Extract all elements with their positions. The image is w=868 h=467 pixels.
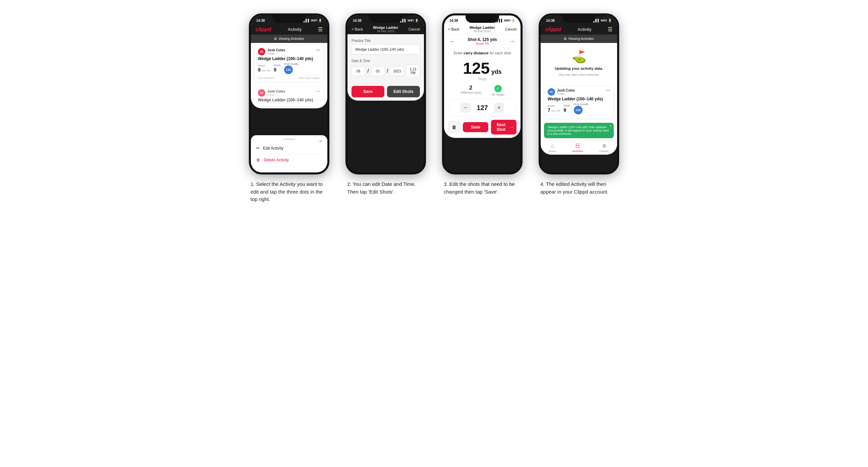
battery-4: 🔋 xyxy=(608,19,612,22)
toast-message: 'Wedge Ladder (100–140 yds)' was updated… xyxy=(547,125,609,135)
battery-icon: 🔋 xyxy=(318,19,322,22)
card-stats-4: Score 7 OUT OF Shots 9 Shot Quality xyxy=(548,103,610,115)
wifi-3: WiFi xyxy=(504,19,510,22)
battery-3: 🔋 xyxy=(512,19,515,22)
golf-flag-icon: ⛳ xyxy=(571,50,587,64)
quality-badge-1: 130 xyxy=(284,65,293,74)
tab-activities-label: Activities xyxy=(572,150,583,153)
phone-2-notch xyxy=(369,15,402,23)
time-field[interactable]: 1:13 PM xyxy=(406,64,420,78)
home-icon: ⌂ xyxy=(551,143,554,149)
user-name: Josh Coles xyxy=(267,48,285,52)
cancel-button[interactable]: Cancel xyxy=(408,27,420,31)
shot-stats-row: 2 Difference (yds) ✓ Hit Target xyxy=(444,82,521,99)
user-name-2: Josh Coles xyxy=(267,90,285,93)
arrow-icon: → xyxy=(510,125,514,129)
shot-instruction: Enter carry distance for each shot xyxy=(444,48,521,56)
status-icons-3: ▌▌▌ WiFi 🔋 xyxy=(497,19,515,22)
practice-label: Practice Title xyxy=(351,39,420,42)
stepper-minus[interactable]: − xyxy=(461,103,470,113)
month-field[interactable]: 03 xyxy=(371,66,385,76)
next-shot-button[interactable]: Next Shot → xyxy=(491,120,517,134)
shot-nav-subtitle: 06 Mar 2023 xyxy=(470,30,495,33)
card-header-2: JC Josh Coles Today ••• xyxy=(258,89,320,97)
delete-shot-button[interactable]: 🗑 xyxy=(448,121,460,133)
phones-container: 14:38 ▌▌▌ WiFi 🔋 clippd Activity ☰ ⊞ xyxy=(246,13,622,203)
capture-icon: ⊕ xyxy=(602,143,607,149)
filter-icon: ⊞ xyxy=(274,37,277,40)
user-info-2: JC Josh Coles Today xyxy=(258,89,285,97)
phone-1: 14:38 ▌▌▌ WiFi 🔋 clippd Activity ☰ ⊞ xyxy=(249,13,329,175)
back-button[interactable]: < Back xyxy=(351,27,363,31)
card-title-2: Wedge Ladder (100–140 yds) xyxy=(258,98,320,102)
shot-cancel-button[interactable]: Cancel xyxy=(505,27,517,31)
status-time: 14:38 xyxy=(256,19,265,23)
activity-card-1[interactable]: JC Josh Coles Today ••• Wedge Ladder (10… xyxy=(254,45,324,82)
status-icons-4: ▌▌▌ WiFi 🔋 xyxy=(593,19,612,22)
avatar-2: JC xyxy=(258,89,265,97)
success-toast: 'Wedge Ladder (100–140 yds)' was updated… xyxy=(544,123,614,138)
phone-3: 14:39 ▌▌▌ WiFi 🔋 < Back Wedge Ladder 06 … xyxy=(442,13,523,175)
avatar-4: JC xyxy=(548,88,555,96)
phone-4-notch xyxy=(562,15,596,23)
toast-close[interactable]: ✕ xyxy=(609,124,612,128)
wifi-icon: WiFi xyxy=(311,19,317,22)
edit-nav-subtitle: 06 Mar 2023 xyxy=(373,30,398,33)
status-time-4: 14:38 xyxy=(546,19,555,23)
next-shot-arrow[interactable]: → xyxy=(509,38,515,45)
phone-4: 14:38 ▌▌▌ WiFi 🔋 clippd Activity ☰ ⊞ Vie… xyxy=(539,13,619,175)
hit-target-stat: ✓ Hit Target xyxy=(492,85,504,96)
save-button[interactable]: Save xyxy=(351,86,384,97)
status-icons: ▌▌▌ WiFi 🔋 xyxy=(304,19,322,22)
hamburger-icon-4[interactable]: ☰ xyxy=(608,26,613,33)
hamburger-icon[interactable]: ☰ xyxy=(318,26,323,33)
edit-shots-button[interactable]: Edit Shots xyxy=(387,86,420,97)
tab-home[interactable]: ⌂ Home xyxy=(549,143,556,153)
phone-2-column: 14:38 ▌▌▌ WiFi 🔋 < Back Wedge Ladder 06 … xyxy=(342,13,429,195)
save-shot-button[interactable]: Save xyxy=(463,122,488,132)
nav-title-4: Activity xyxy=(578,27,591,32)
phone-2-screen: 14:38 ▌▌▌ WiFi 🔋 < Back Wedge Ladder 06 … xyxy=(347,15,424,101)
app-nav-4: clippd Activity ☰ xyxy=(541,24,617,35)
phone-3-screen: 14:39 ▌▌▌ WiFi 🔋 < Back Wedge Ladder 06 … xyxy=(444,15,521,138)
distance-value: 125 xyxy=(463,59,490,77)
user-info: JC Josh Coles Today xyxy=(258,48,285,55)
tab-capture[interactable]: ⊕ Capture xyxy=(599,143,609,153)
practice-input[interactable]: Wedge Ladder (100–140 yds) xyxy=(351,44,420,54)
prev-shot-arrow[interactable]: ← xyxy=(450,38,456,45)
activity-card-4[interactable]: JC Josh Coles Today ••• Wedge Ladder (10… xyxy=(544,85,614,119)
card-title: Wedge Ladder (100–140 yds) xyxy=(258,56,320,61)
shot-distance: 125 yds Target xyxy=(444,56,521,82)
tab-activities[interactable]: ☷ Activities xyxy=(572,143,583,153)
shot-back-button[interactable]: < Back xyxy=(448,27,460,31)
activity-card-2[interactable]: JC Josh Coles Today ••• Wedge Ladder (10… xyxy=(254,86,324,106)
caption-4: 4. The edited Activity will then appear … xyxy=(540,181,617,195)
year-field[interactable]: 2023 xyxy=(390,66,404,76)
logo: clippd xyxy=(255,27,271,33)
shot-score: Score 7/9 xyxy=(468,42,497,45)
phone-3-notch xyxy=(466,15,499,23)
user-date-4: Today xyxy=(557,92,575,95)
phone-1-screen: 14:38 ▌▌▌ WiFi 🔋 clippd Activity ☰ ⊞ xyxy=(251,15,327,108)
stepper-plus[interactable]: + xyxy=(494,103,504,113)
edit-nav-title: Wedge Ladder xyxy=(373,26,398,30)
quality-badge-4: 118 xyxy=(574,106,583,115)
caption-1: 1. Select the Activity you want to edit … xyxy=(251,181,328,203)
dots-menu-4[interactable]: ••• xyxy=(606,88,610,93)
card-header-4: JC Josh Coles Today ••• xyxy=(548,88,610,96)
phone-4-column: 14:38 ▌▌▌ WiFi 🔋 clippd Activity ☰ ⊞ Vie… xyxy=(535,13,622,195)
card-title-4: Wedge Ladder (100–140 yds) xyxy=(548,97,610,101)
user-date-2: Today xyxy=(267,93,285,96)
avatar: JC xyxy=(258,48,265,55)
phone-notch xyxy=(272,15,306,23)
hit-target-icon: ✓ xyxy=(494,85,502,92)
dots-menu-1[interactable]: ••• xyxy=(316,48,320,53)
updating-title: Updating your activity data. xyxy=(555,66,603,70)
caption-3: 3. Edit the shots that need to be change… xyxy=(444,181,521,195)
user-info-4: JC Josh Coles Today xyxy=(548,88,575,96)
phone-4-screen: 14:38 ▌▌▌ WiFi 🔋 clippd Activity ☰ ⊞ Vie… xyxy=(541,15,617,155)
card-stats: Score 9 OUT OF Shots 9 Shot Quality xyxy=(258,62,320,74)
day-field[interactable]: 06 xyxy=(351,66,365,76)
dots-menu-2[interactable]: ••• xyxy=(316,89,320,94)
logo-4: clippd xyxy=(545,27,561,33)
